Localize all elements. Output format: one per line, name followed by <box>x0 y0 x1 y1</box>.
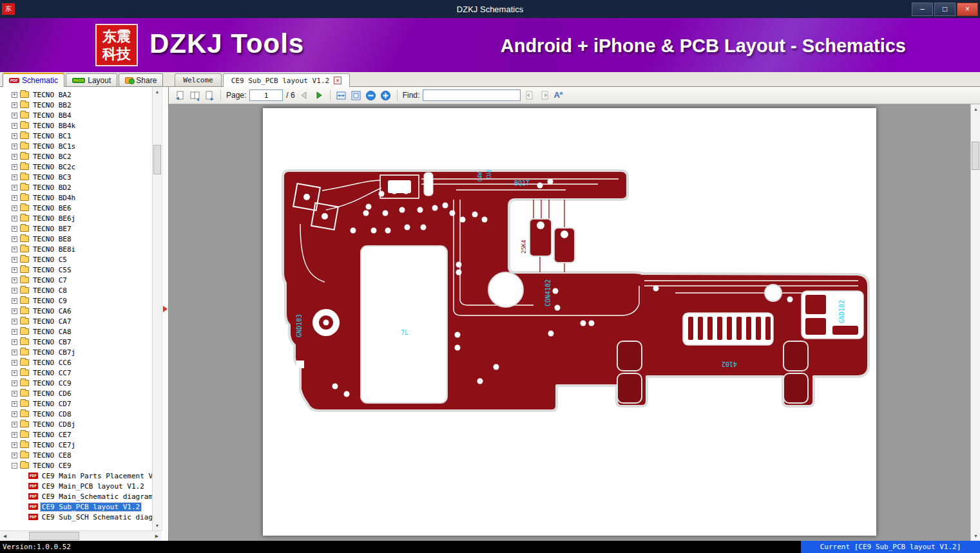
tree-folder-item[interactable]: + TECNO BE6 <box>0 203 152 213</box>
previous-page-icon[interactable] <box>298 89 310 101</box>
tree-folder-item[interactable]: + TECNO CD6 <box>0 388 152 398</box>
tree-folder-item[interactable]: + TECNO BC2c <box>0 162 152 172</box>
tree-folder-item[interactable]: + TECNO C5 <box>0 254 152 265</box>
expand-icon[interactable]: + <box>12 164 17 170</box>
expand-icon[interactable]: + <box>12 339 17 345</box>
find-next-icon[interactable] <box>539 89 550 101</box>
tree-folder-item[interactable]: + TECNO BC1s <box>0 141 152 151</box>
tree-folder-item[interactable]: + TECNO CA6 <box>0 306 152 316</box>
zoom-in-icon[interactable] <box>380 89 392 101</box>
expand-icon[interactable]: + <box>12 298 17 304</box>
tree-folder-item[interactable]: + TECNO BA2 <box>0 89 152 100</box>
tree-folder-item[interactable]: + TECNO BD4h <box>0 192 152 203</box>
expand-icon[interactable]: + <box>12 267 17 273</box>
expand-icon[interactable]: + <box>12 277 17 283</box>
scroll-thumb[interactable] <box>153 145 161 174</box>
expand-icon[interactable]: + <box>12 411 17 417</box>
expand-icon[interactable]: + <box>12 236 17 242</box>
tree-folder-item[interactable]: + TECNO BD2 <box>0 182 152 192</box>
collapse-icon[interactable]: - <box>12 463 17 469</box>
font-size-icon[interactable]: Aa <box>553 90 562 100</box>
scroll-thumb[interactable] <box>29 532 79 540</box>
page-number-input[interactable] <box>249 89 283 101</box>
tree-folder-item[interactable]: + TECNO CB7j <box>0 347 152 357</box>
tree-folder-item[interactable]: + TECNO CA7 <box>0 316 152 326</box>
expand-icon[interactable]: + <box>12 123 17 129</box>
tree-document-item[interactable]: PDF CE9 Main_Schematic diagram <box>0 491 152 501</box>
tab-close-icon[interactable]: × <box>334 77 341 84</box>
maximize-button[interactable]: □ <box>934 3 956 16</box>
expand-icon[interactable]: + <box>12 308 17 314</box>
expand-icon[interactable]: + <box>12 144 17 149</box>
expand-icon[interactable]: + <box>12 391 17 397</box>
expand-icon[interactable]: + <box>12 216 17 221</box>
expand-icon[interactable]: + <box>12 92 17 98</box>
tree-folder-item[interactable]: + TECNO C8 <box>0 285 152 295</box>
expand-icon[interactable]: + <box>12 370 17 376</box>
pdf-viewer[interactable]: GND103 7L CON4102 4102 GND102 BQ1T C4W C… <box>169 104 980 541</box>
scroll-right-icon[interactable]: ▶ <box>152 531 162 541</box>
expand-icon[interactable]: + <box>12 288 17 294</box>
expand-icon[interactable]: + <box>12 247 17 252</box>
expand-icon[interactable]: + <box>12 205 17 211</box>
tree-folder-item[interactable]: + TECNO CE7 <box>0 429 152 440</box>
scroll-thumb[interactable] <box>972 142 979 170</box>
tab-share[interactable]: Share <box>119 73 163 86</box>
tree-folder-item[interactable]: + TECNO CD8j <box>0 419 152 429</box>
tree-folder-item[interactable]: + TECNO CE8 <box>0 450 152 460</box>
zoom-out-icon[interactable] <box>365 89 377 101</box>
doc-tab-welcome[interactable]: Welcome <box>175 73 221 86</box>
expand-icon[interactable]: + <box>12 113 17 118</box>
tree-folder-item[interactable]: + TECNO CA8 <box>0 326 152 337</box>
scroll-up-icon[interactable]: ▲ <box>153 87 162 97</box>
tree-folder-item[interactable]: + TECNO BC3 <box>0 172 152 182</box>
tree-folder-item[interactable]: + TECNO BE6j <box>0 213 152 223</box>
expand-icon[interactable]: + <box>12 133 17 139</box>
expand-icon[interactable]: + <box>12 185 17 191</box>
minimize-button[interactable]: – <box>912 3 933 16</box>
tree-document-item[interactable]: PDF CE9 Main_PCB layout V1.2 <box>0 481 152 491</box>
tree-folder-item[interactable]: + TECNO C5S <box>0 265 152 275</box>
expand-icon[interactable]: + <box>12 329 17 335</box>
expand-icon[interactable]: + <box>12 432 17 438</box>
tree-folder-item[interactable]: + TECNO BE8 <box>0 234 152 244</box>
doc-tab-active[interactable]: CE9 Sub_PCB layout V1.2 × <box>223 73 350 87</box>
fit-page-icon[interactable] <box>351 89 362 101</box>
tree-folder-item[interactable]: + TECNO C9 <box>0 295 152 306</box>
tree-vertical-scrollbar[interactable]: ▲ ▼ <box>152 87 162 530</box>
tree-folder-item[interactable]: + TECNO CD8 <box>0 409 152 419</box>
tree-folder-item[interactable]: + TECNO BB4k <box>0 120 152 131</box>
scroll-down-icon[interactable]: ▼ <box>971 531 980 541</box>
expand-icon[interactable]: + <box>12 257 17 263</box>
tree-folder-item[interactable]: + TECNO BC1 <box>0 131 152 141</box>
expand-icon[interactable]: + <box>12 154 17 160</box>
tree-document-item[interactable]: PDF CE9 Main Parts Placement V1 <box>0 471 152 481</box>
scroll-left-icon[interactable]: ◀ <box>0 531 10 541</box>
tree-folder-item[interactable]: + TECNO CC9 <box>0 378 152 388</box>
tab-schematic[interactable]: PDF Schematic <box>3 73 64 87</box>
tree-folder-item[interactable]: + TECNO CC6 <box>0 357 152 368</box>
close-button[interactable]: × <box>957 3 978 16</box>
expand-icon[interactable]: + <box>12 401 17 407</box>
sidebar-collapse-arrow-icon[interactable] <box>163 306 168 312</box>
tree-folder-item[interactable]: + TECNO BB2 <box>0 100 152 110</box>
tree-horizontal-scrollbar[interactable]: ◀ ▶ <box>0 530 162 541</box>
find-previous-icon[interactable] <box>524 89 535 101</box>
tree-folder-item[interactable]: + TECNO BE8i <box>0 244 152 254</box>
expand-icon[interactable]: + <box>12 422 17 427</box>
viewer-vertical-scrollbar[interactable]: ▲ ▼ <box>970 104 980 541</box>
expand-icon[interactable]: + <box>12 380 17 386</box>
tree-document-item[interactable]: PDF CE9 Sub_SCH Schematic diagr <box>0 512 152 522</box>
fit-width-icon[interactable] <box>336 89 347 101</box>
tree-folder-item[interactable]: + TECNO CC7 <box>0 368 152 378</box>
tree-folder-item[interactable]: + TECNO BC2 <box>0 151 152 162</box>
view-single-page-icon[interactable] <box>174 89 186 101</box>
expand-icon[interactable]: + <box>12 195 17 201</box>
find-input[interactable] <box>423 89 521 101</box>
tree-folder-item[interactable]: + TECNO BB4 <box>0 110 152 120</box>
tree-folder-item[interactable]: + TECNO C7 <box>0 275 152 285</box>
expand-icon[interactable]: + <box>12 442 17 448</box>
scroll-down-icon[interactable]: ▼ <box>153 521 162 530</box>
expand-icon[interactable]: + <box>12 453 17 458</box>
expand-icon[interactable]: + <box>12 226 17 232</box>
